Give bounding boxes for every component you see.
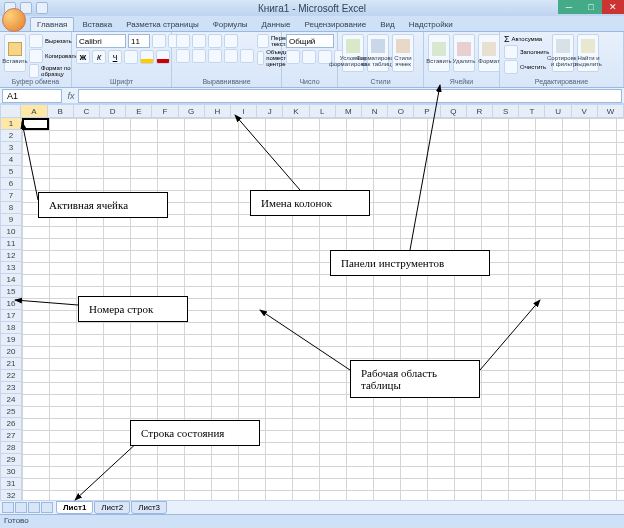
qa-redo-icon[interactable] [36,2,48,14]
row-header[interactable]: 14 [0,274,22,286]
bold-button[interactable]: ж [76,50,90,64]
row-header[interactable]: 9 [0,214,22,226]
row-header[interactable]: 26 [0,418,22,430]
column-header[interactable]: B [48,104,74,118]
column-header[interactable]: E [126,104,152,118]
select-all-button[interactable] [0,104,21,118]
fill-color-icon[interactable] [140,50,154,64]
sheet-nav-first-icon[interactable] [2,502,14,513]
row-header[interactable]: 23 [0,382,22,394]
tab-home[interactable]: Главная [30,17,74,31]
align-left-icon[interactable] [176,49,190,63]
column-header[interactable]: V [572,104,598,118]
font-family-combo[interactable]: Calibri [76,34,126,48]
row-header[interactable]: 5 [0,166,22,178]
sheet-nav-next-icon[interactable] [28,502,40,513]
fill-button[interactable]: Заполнить [504,45,549,59]
column-header[interactable]: N [362,104,388,118]
row-header[interactable]: 17 [0,310,22,322]
row-header[interactable]: 28 [0,442,22,454]
row-header[interactable]: 6 [0,178,22,190]
column-header[interactable]: J [257,104,283,118]
row-header[interactable]: 11 [0,238,22,250]
column-header[interactable]: Q [441,104,467,118]
fx-icon[interactable]: fx [64,91,78,101]
column-header[interactable]: L [310,104,336,118]
indent-dec-icon[interactable] [224,49,238,63]
clear-button[interactable]: Очистить [504,60,549,74]
tab-data[interactable]: Данные [256,18,297,31]
row-header[interactable]: 29 [0,454,22,466]
column-header[interactable]: F [152,104,178,118]
row-header[interactable]: 4 [0,154,22,166]
column-header[interactable]: G [179,104,205,118]
column-header[interactable]: M [336,104,362,118]
row-header[interactable]: 15 [0,286,22,298]
format-as-table-button[interactable]: Форматировать как таблицу [367,34,389,72]
align-right-icon[interactable] [208,49,222,63]
delete-cells-button[interactable]: Удалить [453,34,475,72]
sheet-tab-3[interactable]: Лист3 [131,501,167,514]
row-header[interactable]: 13 [0,262,22,274]
paste-button[interactable]: Вставить [4,34,26,72]
column-header[interactable]: D [100,104,126,118]
row-header[interactable]: 8 [0,202,22,214]
insert-cells-button[interactable]: Вставить [428,34,450,72]
formula-input[interactable] [78,89,622,103]
column-header[interactable]: W [598,104,624,118]
active-cell[interactable] [22,118,49,130]
align-middle-icon[interactable] [192,34,206,48]
align-top-icon[interactable] [176,34,190,48]
row-header[interactable]: 27 [0,430,22,442]
number-format-combo[interactable]: Общий [286,34,334,48]
close-button[interactable]: ✕ [602,0,624,14]
name-box[interactable]: A1 [2,89,62,103]
sheet-tab-2[interactable]: Лист2 [94,501,130,514]
maximize-button[interactable]: □ [580,0,602,14]
format-painter-button[interactable]: Формат по образцу [29,64,77,78]
row-header[interactable]: 1 [0,118,22,130]
row-header[interactable]: 20 [0,346,22,358]
cut-button[interactable]: Вырезать [29,34,77,48]
orientation-icon[interactable] [224,34,238,48]
column-header[interactable]: H [205,104,231,118]
cell-styles-button[interactable]: Стили ячеек [392,34,414,72]
row-header[interactable]: 7 [0,190,22,202]
row-header[interactable]: 30 [0,466,22,478]
column-header[interactable]: R [467,104,493,118]
column-header[interactable]: C [74,104,100,118]
border-icon[interactable] [124,50,138,64]
tab-review[interactable]: Рецензирование [298,18,372,31]
minimize-button[interactable]: ─ [558,0,580,14]
row-header[interactable]: 19 [0,334,22,346]
currency-icon[interactable] [286,50,300,64]
tab-formulas[interactable]: Формулы [207,18,254,31]
tab-view[interactable]: Вид [374,18,400,31]
find-select-button[interactable]: Найти и выделить [577,34,599,72]
column-header[interactable]: U [545,104,571,118]
row-header[interactable]: 22 [0,370,22,382]
column-header[interactable]: S [493,104,519,118]
underline-button[interactable]: ч [108,50,122,64]
row-header[interactable]: 18 [0,322,22,334]
column-header[interactable]: K [283,104,309,118]
row-header[interactable]: 3 [0,142,22,154]
format-cells-button[interactable]: Формат [478,34,500,72]
italic-button[interactable]: к [92,50,106,64]
row-header[interactable]: 10 [0,226,22,238]
row-header[interactable]: 25 [0,406,22,418]
column-header[interactable]: O [388,104,414,118]
row-header[interactable]: 2 [0,130,22,142]
tab-addins[interactable]: Надстройки [403,18,459,31]
sort-filter-button[interactable]: Сортировка и фильтр [552,34,574,72]
copy-button[interactable]: Копировать [29,49,77,63]
row-header[interactable]: 16 [0,298,22,310]
indent-inc-icon[interactable] [240,49,254,63]
align-center-icon[interactable] [192,49,206,63]
font-size-combo[interactable]: 11 [128,34,150,48]
column-header[interactable]: I [231,104,257,118]
row-header[interactable]: 12 [0,250,22,262]
sheet-tab-1[interactable]: Лист1 [56,501,93,514]
office-button-icon[interactable] [2,8,26,32]
autosum-button[interactable]: ΣАвтосумма [504,34,549,44]
